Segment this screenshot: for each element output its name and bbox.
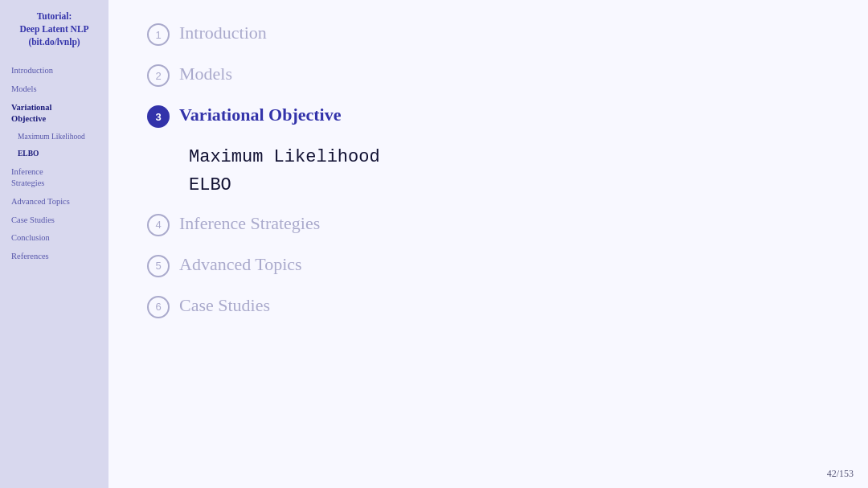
toc-item-inference-strategies: 4 Inference Strategies bbox=[147, 213, 829, 236]
sidebar-item-case-studies[interactable]: Case Studies bbox=[6, 212, 102, 229]
toc-sub-item-elbo: ELBO bbox=[189, 174, 829, 199]
toc-number-6: 6 bbox=[147, 296, 170, 318]
page-number: 42/153 bbox=[827, 468, 854, 480]
toc-item-variational-objective: 3 Variational Objective bbox=[147, 105, 829, 128]
sidebar-item-elbo[interactable]: ELBO bbox=[6, 146, 102, 162]
toc-label-variational-objective: Variational Objective bbox=[179, 105, 341, 125]
toc-item-case-studies: 6 Case Studies bbox=[147, 295, 829, 318]
toc-label-models: Models bbox=[179, 64, 232, 84]
sidebar-title-line3: (bit.do/lvnlp) bbox=[28, 37, 80, 47]
toc-sub-items: Maximum Likelihood ELBO bbox=[189, 146, 829, 199]
sidebar-item-references[interactable]: References bbox=[6, 248, 102, 265]
sidebar-item-conclusion[interactable]: Conclusion bbox=[6, 230, 102, 247]
toc-item-models: 2 Models bbox=[147, 64, 829, 87]
toc-sub-item-maximum-likelihood: Maximum Likelihood bbox=[189, 146, 829, 170]
sidebar-title-line1: Tutorial: bbox=[37, 11, 72, 21]
toc-number-5: 5 bbox=[147, 255, 170, 277]
toc-label-introduction: Introduction bbox=[179, 23, 267, 43]
toc-number-3: 3 bbox=[147, 105, 170, 128]
sidebar-item-models[interactable]: Models bbox=[6, 81, 102, 98]
sidebar-item-introduction[interactable]: Introduction bbox=[6, 63, 102, 80]
toc-label-inference-strategies: Inference Strategies bbox=[179, 213, 320, 234]
main-content: 1 Introduction 2 Models 3 Variational Ob… bbox=[108, 0, 868, 488]
sidebar-item-inference[interactable]: Inference Strategies bbox=[6, 164, 102, 192]
toc-number-2: 2 bbox=[147, 64, 170, 87]
toc-label-advanced-topics: Advanced Topics bbox=[179, 254, 302, 275]
toc-item-introduction: 1 Introduction bbox=[147, 23, 829, 46]
toc-number-1: 1 bbox=[147, 23, 170, 46]
sidebar-title: Tutorial: Deep Latent NLP (bit.do/lvnlp) bbox=[19, 10, 88, 48]
toc-item-advanced-topics: 5 Advanced Topics bbox=[147, 254, 829, 277]
toc-number-4: 4 bbox=[147, 214, 170, 236]
sidebar-item-maximum-likelihood[interactable]: Maximum Likelihood bbox=[6, 129, 102, 145]
sidebar-item-variational[interactable]: Variational Objective bbox=[6, 100, 102, 128]
sidebar: Tutorial: Deep Latent NLP (bit.do/lvnlp)… bbox=[0, 0, 108, 488]
sidebar-item-advanced-topics[interactable]: Advanced Topics bbox=[6, 194, 102, 211]
toc-label-case-studies: Case Studies bbox=[179, 295, 270, 316]
sidebar-nav: Introduction Models Variational Objectiv… bbox=[6, 63, 102, 265]
sidebar-title-line2: Deep Latent NLP bbox=[19, 24, 88, 34]
